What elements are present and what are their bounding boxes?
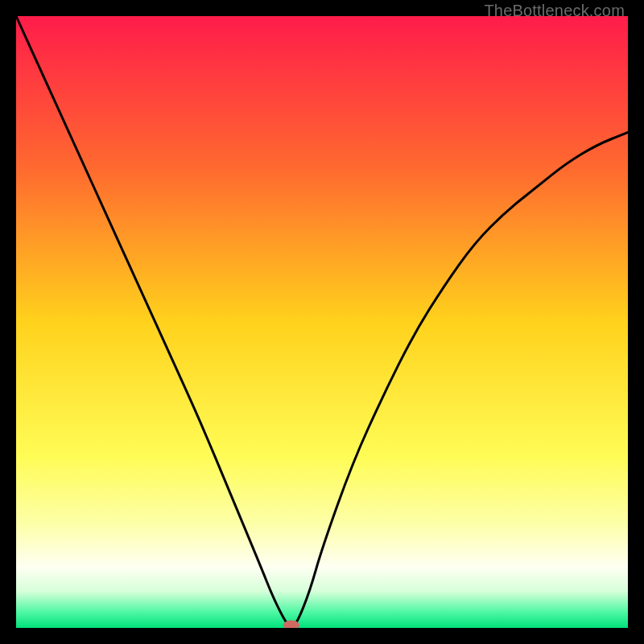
bottleneck-chart: [16, 16, 628, 628]
plot-gradient-background: [16, 16, 628, 628]
chart-frame: [16, 16, 628, 628]
